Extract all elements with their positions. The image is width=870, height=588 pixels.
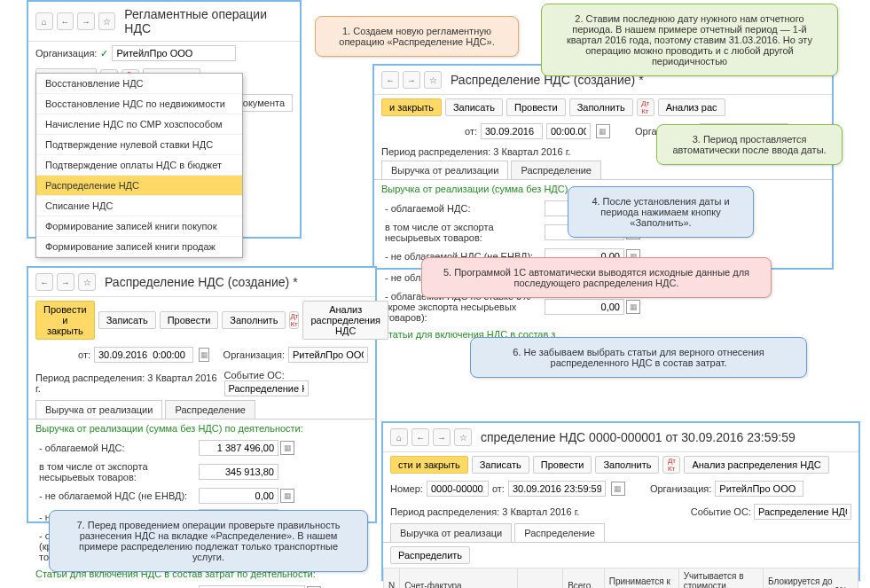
- analysis-button[interactable]: Анализ распределения НДС: [684, 456, 828, 474]
- post-button[interactable]: Провести: [506, 98, 566, 116]
- tab-revenue[interactable]: Выручка от реализаци: [390, 523, 512, 542]
- period-label: Период распределения: 3 Квартал 2016 г.: [390, 506, 579, 517]
- back-icon[interactable]: ←: [57, 12, 74, 30]
- star-icon[interactable]: ☆: [424, 71, 442, 89]
- date-input[interactable]: [481, 123, 543, 139]
- from-label: от:: [465, 126, 477, 137]
- back-icon[interactable]: ←: [35, 273, 53, 291]
- home-icon[interactable]: ⌂: [35, 12, 53, 30]
- fwd-icon[interactable]: →: [403, 71, 420, 89]
- org-label: Организация:: [35, 48, 97, 59]
- panel1-title: Регламентные операции НДС: [124, 7, 293, 35]
- tab-revenue[interactable]: Выручка от реализации: [35, 400, 162, 419]
- fwd-icon[interactable]: →: [433, 428, 451, 446]
- dd-item[interactable]: Восстановление НДС по недвижимости: [36, 94, 242, 114]
- star-icon[interactable]: ☆: [454, 428, 472, 446]
- dd-item[interactable]: Подтверждение нулевой ставки НДС: [36, 135, 242, 155]
- dd-item-selected[interactable]: Распределение НДС: [36, 176, 242, 196]
- f-input[interactable]: [199, 464, 278, 480]
- tab-distribution[interactable]: Распределение: [511, 161, 601, 179]
- panel-reglament-ops: ⌂ ← → ☆ Регламентные операции НДС Органи…: [27, 0, 302, 239]
- col-deduct: Принимается к вычету: [604, 568, 678, 589]
- panel-dist-filled: ← → ☆ Распределение НДС (создание) * Про…: [27, 266, 377, 523]
- org-input[interactable]: [715, 481, 803, 497]
- f-label: - облагаемой НДС:: [39, 443, 199, 453]
- from-label: от:: [492, 483, 505, 494]
- panel-dist-create: ← → ☆ Распределение НДС (создание) * и з…: [372, 64, 834, 270]
- org-input[interactable]: [288, 347, 368, 363]
- f-label: - не облагаемой НДС (не ЕНВД):: [39, 490, 199, 501]
- dt-icon[interactable]: ДтКт: [637, 98, 654, 116]
- num-label: Номер:: [390, 483, 423, 494]
- panel4-title: спределение НДС 0000-000001 от 30.09.201…: [481, 430, 796, 444]
- star-icon[interactable]: ☆: [98, 12, 116, 30]
- dt-icon[interactable]: ДтКт: [289, 311, 299, 329]
- f-input[interactable]: [545, 299, 624, 315]
- col-blank: [517, 568, 562, 589]
- fwd-icon[interactable]: →: [77, 12, 95, 30]
- event-input[interactable]: [754, 504, 851, 520]
- callout-1: 1. Создаем новую регламентную операцию «…: [315, 16, 519, 57]
- analysis-button[interactable]: Анализ распределения НДС: [302, 301, 388, 340]
- close-button[interactable]: сти и закрыть: [390, 456, 468, 474]
- distribute-button[interactable]: Распределить: [390, 546, 470, 564]
- fill-button[interactable]: Заполнить: [222, 311, 286, 329]
- tab-revenue[interactable]: Выручка от реализации: [381, 161, 508, 179]
- post-button[interactable]: Провести: [160, 311, 219, 329]
- col-total: Всего: [563, 568, 605, 589]
- calc-icon[interactable]: ▦: [626, 300, 640, 314]
- tab-distribution[interactable]: Распределение: [514, 523, 605, 542]
- tab-distribution[interactable]: Распределение: [165, 400, 255, 419]
- write-button[interactable]: Записать: [472, 456, 529, 474]
- org-check: ✓: [100, 48, 108, 59]
- date-input[interactable]: [508, 481, 606, 497]
- calc-icon[interactable]: ▦: [280, 489, 294, 503]
- star-icon[interactable]: ☆: [78, 273, 96, 291]
- back-icon[interactable]: ←: [381, 71, 399, 89]
- f-label: в том числе от экспорта несырьевых товар…: [39, 461, 199, 482]
- back-icon[interactable]: ←: [411, 428, 429, 446]
- analysis-button[interactable]: Анализ рас: [658, 98, 725, 116]
- fwd-icon[interactable]: →: [57, 273, 74, 291]
- callout-2: 2. Ставим последнюю дату нужного нам отч…: [541, 4, 838, 76]
- f-input[interactable]: [199, 440, 278, 456]
- f-label: в том числе от экспорта несырьевых товар…: [385, 222, 545, 243]
- period-label: Период распределения: 3 Квартал 2016 г.: [35, 372, 221, 394]
- cal-icon[interactable]: ▦: [611, 482, 625, 496]
- num-input[interactable]: [427, 481, 489, 497]
- f-input[interactable]: [199, 488, 278, 504]
- write-button[interactable]: Записать: [98, 311, 156, 329]
- org-input[interactable]: [112, 45, 236, 61]
- dd-item[interactable]: Списание НДС: [36, 196, 242, 216]
- calc-icon[interactable]: ▦: [280, 441, 294, 455]
- dd-item[interactable]: Формирование записей книги продаж: [36, 237, 242, 257]
- col-n: N: [384, 568, 400, 589]
- dd-item[interactable]: Подтверждение оплаты НДС в бюджет: [36, 155, 242, 176]
- create-dropdown: Восстановление НДС Восстановление НДС по…: [35, 73, 243, 258]
- cal-icon[interactable]: ▦: [596, 124, 610, 138]
- dist-table: N Счет-фактура Всего Принимается к вычет…: [383, 568, 858, 588]
- callout-4: 4. После установления даты и периода наж…: [568, 186, 754, 238]
- write-button[interactable]: Записать: [445, 98, 503, 116]
- date-input[interactable]: [94, 347, 193, 363]
- callout-5: 5. Программой 1С автоматически выводятся…: [421, 257, 772, 298]
- dt-icon[interactable]: ДтКт: [662, 456, 680, 474]
- close-button[interactable]: и закрыть: [381, 98, 442, 116]
- col-block: Блокируется до подтверждения 0%: [764, 568, 858, 589]
- close-button[interactable]: Провести и закрыть: [35, 301, 95, 340]
- event-input[interactable]: [224, 380, 309, 396]
- panel-dist-posted: ⌂ ← → ☆ спределение НДС 0000-000001 от 3…: [381, 421, 860, 581]
- panel3-title: Распределение НДС (создание) *: [105, 275, 298, 289]
- home-icon[interactable]: ⌂: [390, 428, 408, 446]
- org-label: Организация:: [650, 483, 711, 494]
- fill-button[interactable]: Заполнить: [569, 98, 633, 116]
- fill-button[interactable]: Заполнить: [595, 456, 659, 474]
- time-input[interactable]: [546, 123, 591, 139]
- dd-item[interactable]: Восстановление НДС: [36, 74, 242, 94]
- post-button[interactable]: Провести: [533, 456, 592, 474]
- cal-icon[interactable]: ▦: [199, 348, 209, 362]
- org-label: Организация:: [223, 349, 285, 360]
- dd-item[interactable]: Начисление НДС по СМР хозспособом: [36, 114, 242, 135]
- dd-item[interactable]: Формирование записей книги покупок: [36, 216, 242, 237]
- green-header-1: Выручка от реализации (сумма без НДС) по…: [28, 419, 375, 437]
